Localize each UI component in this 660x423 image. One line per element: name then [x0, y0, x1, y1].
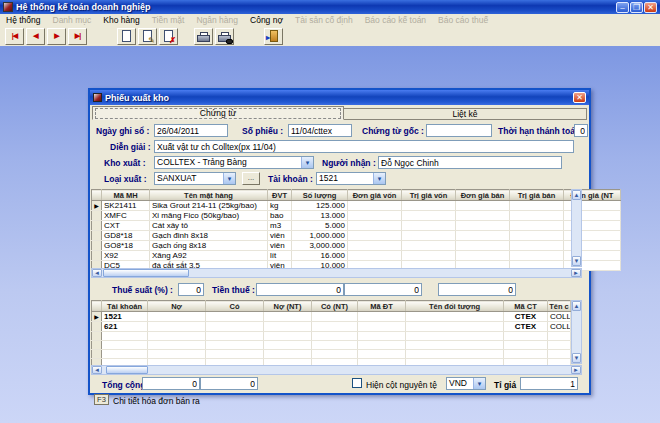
table-cell[interactable]	[510, 221, 564, 231]
table-row[interactable]	[92, 350, 571, 359]
table-cell[interactable]	[510, 201, 564, 211]
table-cell[interactable]	[206, 350, 264, 359]
table-cell[interactable]	[456, 211, 510, 221]
table-cell[interactable]	[264, 341, 312, 350]
column-header[interactable]: Tài khoản	[102, 301, 148, 312]
scroll-down-icon[interactable]: ▼	[572, 353, 581, 363]
table-cell[interactable]: viên	[268, 241, 292, 251]
table-cell[interactable]	[406, 332, 504, 341]
scrollbar-thumb[interactable]	[106, 366, 148, 374]
table-row[interactable]: ▶1521CTEXCOLL	[92, 312, 571, 322]
scroll-left-icon[interactable]: ◄	[92, 366, 102, 374]
table-cell[interactable]	[148, 350, 206, 359]
table-cell[interactable]	[348, 221, 402, 231]
chevron-down-icon[interactable]: ▾	[301, 157, 313, 168]
table-cell[interactable]: 5.000	[292, 221, 348, 231]
accounts-table[interactable]: Tài khoảnNợCóNợ (NT)Có (NT)Mã ĐTTên đối …	[91, 300, 571, 368]
table-cell[interactable]: 125.000	[292, 201, 348, 211]
table-cell[interactable]	[358, 341, 406, 350]
table-cell[interactable]	[402, 241, 456, 251]
table-cell[interactable]	[510, 251, 564, 261]
column-header[interactable]: Nợ (NT)	[264, 301, 312, 312]
table-cell[interactable]	[312, 322, 358, 332]
minimize-button[interactable]: –	[616, 2, 629, 13]
loai-xuat-combobox[interactable]: SANXUAT ▾	[154, 172, 236, 185]
table-cell[interactable]	[358, 312, 406, 322]
table-cell[interactable]	[264, 350, 312, 359]
accounts-vertical-scrollbar[interactable]: ▲ ▼	[571, 300, 582, 364]
table-cell[interactable]	[206, 341, 264, 350]
table-cell[interactable]: Gạch đinh 8x18	[150, 231, 268, 241]
chung-tu-goc-input[interactable]	[426, 124, 492, 137]
scroll-up-icon[interactable]: ▲	[572, 301, 581, 311]
table-row[interactable]: GD8*18Gạch đinh 8x18viên1,000.000	[92, 231, 621, 241]
ti-gia-input[interactable]	[520, 377, 578, 390]
table-cell[interactable]	[456, 241, 510, 251]
table-cell[interactable]	[102, 332, 148, 341]
table-cell[interactable]	[148, 322, 206, 332]
table-row[interactable]	[92, 332, 571, 341]
so-phieu-input[interactable]	[288, 124, 352, 137]
table-cell[interactable]: 1521	[102, 312, 148, 322]
table-cell[interactable]	[504, 341, 548, 350]
table-cell[interactable]	[402, 251, 456, 261]
chevron-down-icon[interactable]: ▾	[473, 378, 485, 389]
table-cell[interactable]: Xăng A92	[150, 251, 268, 261]
table-cell[interactable]	[358, 350, 406, 359]
table-cell[interactable]	[548, 332, 571, 341]
previous-record-button[interactable]: ◀	[26, 28, 45, 45]
table-cell[interactable]: Sika Grout 214-11 (25kg/bao)	[150, 201, 268, 211]
table-cell[interactable]	[348, 201, 402, 211]
table-row[interactable]: ▶SK21411Sika Grout 214-11 (25kg/bao)kg12…	[92, 201, 621, 211]
scroll-down-icon[interactable]: ▼	[572, 256, 581, 266]
menu-item-6[interactable]: Công nợ	[244, 15, 289, 25]
table-cell[interactable]	[348, 231, 402, 241]
table-cell[interactable]: lít	[268, 251, 292, 261]
table-cell[interactable]	[402, 201, 456, 211]
ngay-ghi-so-input[interactable]	[154, 124, 228, 137]
table-cell[interactable]	[406, 350, 504, 359]
f3-key-badge[interactable]: F3	[94, 394, 109, 405]
column-header[interactable]: Đơn giá vốn	[348, 190, 402, 201]
chevron-down-icon[interactable]: ▾	[373, 173, 385, 184]
column-header[interactable]: Mã MH	[102, 190, 150, 201]
column-header[interactable]: Mã CT	[504, 301, 548, 312]
tien-thue-input[interactable]	[256, 283, 344, 296]
table-cell[interactable]	[456, 251, 510, 261]
table-cell[interactable]: COLL	[548, 322, 571, 332]
accounts-horizontal-scrollbar[interactable]: ◄ ►	[91, 365, 582, 375]
table-row[interactable]: 621CTEXCOLL	[92, 322, 571, 332]
table-cell[interactable]	[510, 211, 564, 221]
tax-amount-input-2[interactable]	[344, 283, 422, 296]
table-row[interactable]: X92Xăng A92lít16.000	[92, 251, 621, 261]
table-cell[interactable]	[406, 312, 504, 322]
print-preview-button[interactable]	[215, 28, 234, 45]
table-cell[interactable]	[348, 251, 402, 261]
table-cell[interactable]: Xi măng Fico (50kg/bao)	[150, 211, 268, 221]
table-cell[interactable]: viên	[268, 231, 292, 241]
table-cell[interactable]	[264, 312, 312, 322]
table-cell[interactable]	[548, 341, 571, 350]
table-cell[interactable]: Cát xây tô	[150, 221, 268, 231]
last-record-button[interactable]: ▶|	[68, 28, 87, 45]
currency-combobox[interactable]: VND ▾	[446, 377, 486, 390]
new-document-button[interactable]	[117, 28, 136, 45]
table-cell[interactable]	[348, 211, 402, 221]
exit-button[interactable]: ▸	[264, 28, 283, 45]
column-header[interactable]: ĐVT	[268, 190, 292, 201]
column-header[interactable]: Đơn giá bán	[456, 190, 510, 201]
scroll-right-icon[interactable]: ►	[571, 366, 581, 374]
lookup-ellipsis-button[interactable]: ...	[242, 172, 260, 185]
table-cell[interactable]: Gạch ống 8x18	[150, 241, 268, 251]
scroll-up-icon[interactable]: ▲	[572, 190, 581, 200]
table-cell[interactable]	[548, 350, 571, 359]
table-cell[interactable]	[510, 241, 564, 251]
table-cell[interactable]	[264, 322, 312, 332]
table-row[interactable]: XMFCXi măng Fico (50kg/bao)bao13.000	[92, 211, 621, 221]
kho-xuat-combobox[interactable]: COLLTEX - Trảng Bàng ▾	[154, 156, 314, 169]
table-cell[interactable]	[358, 322, 406, 332]
table-cell[interactable]: CXT	[102, 221, 150, 231]
table-cell[interactable]	[456, 221, 510, 231]
table-cell[interactable]	[206, 312, 264, 322]
table-cell[interactable]	[264, 332, 312, 341]
